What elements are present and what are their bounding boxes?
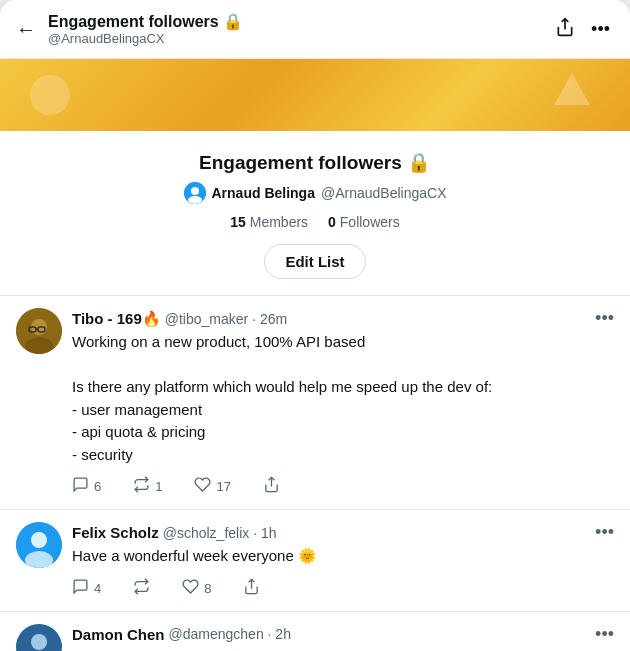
retweet-icon — [133, 476, 150, 497]
like-action[interactable]: 8 — [182, 578, 211, 599]
followers-count: 0 — [328, 214, 336, 230]
owner-name: Arnaud Belinga — [212, 185, 315, 201]
like-count: 8 — [204, 581, 211, 596]
members-stat: 15 Members — [230, 214, 308, 230]
list-stats: 15 Members 0 Followers — [230, 214, 399, 230]
followers-stat: 0 Followers — [328, 214, 400, 230]
tweet-item: Damon Chen @damengchen · 2h ••• Told @th… — [0, 612, 630, 652]
back-button[interactable]: ← — [16, 18, 36, 41]
owner-avatar — [184, 182, 206, 204]
tweet-content: Tibo - 169🔥 @tibo_maker · 26m ••• Workin… — [72, 308, 614, 497]
list-info-section: Engagement followers 🔒 Arnaud Belinga @A… — [0, 131, 630, 296]
author-handle: @scholz_felix · 1h — [163, 525, 277, 541]
app-container: ← Engagement followers 🔒 @ArnaudBelingaC… — [0, 0, 630, 651]
reply-count: 6 — [94, 479, 101, 494]
reply-count: 4 — [94, 581, 101, 596]
svg-point-16 — [31, 634, 47, 650]
list-title: Engagement followers 🔒 — [199, 151, 431, 174]
author-name: Felix Scholz — [72, 524, 159, 541]
retweet-icon — [133, 578, 150, 599]
members-count: 15 — [230, 214, 246, 230]
reply-icon — [72, 578, 89, 599]
tweet-avatar — [16, 624, 62, 652]
tweet-actions: 6 1 17 — [72, 476, 614, 497]
tweet-avatar — [16, 308, 62, 354]
header-title: Engagement followers 🔒 — [48, 12, 551, 31]
share-tweet-icon — [243, 578, 260, 599]
tweet-actions: 4 8 — [72, 578, 614, 599]
tweet-header: Felix Scholz @scholz_felix · 1h ••• — [72, 522, 614, 543]
reply-icon — [72, 476, 89, 497]
members-label: Members — [250, 214, 308, 230]
tweet-avatar — [16, 522, 62, 568]
author-name: Damon Chen — [72, 626, 165, 643]
like-icon — [194, 476, 211, 497]
author-name: Tibo - 169🔥 — [72, 310, 161, 328]
tweet-author: Tibo - 169🔥 @tibo_maker · 26m — [72, 310, 287, 328]
header: ← Engagement followers 🔒 @ArnaudBelingaC… — [0, 0, 630, 59]
tweet-author: Felix Scholz @scholz_felix · 1h — [72, 524, 277, 541]
reply-action[interactable]: 6 — [72, 476, 101, 497]
tweet-more-button[interactable]: ••• — [595, 624, 614, 645]
like-action[interactable]: 17 — [194, 476, 230, 497]
tweet-author: Damon Chen @damengchen · 2h — [72, 626, 291, 643]
tweet-text: Working on a new product, 100% API based… — [72, 331, 614, 466]
tweet-content: Felix Scholz @scholz_felix · 1h ••• Have… — [72, 522, 614, 599]
followers-label: Followers — [340, 214, 400, 230]
tweet-more-button[interactable]: ••• — [595, 308, 614, 329]
more-icon[interactable]: ••• — [587, 15, 614, 44]
tweet-feed: Tibo - 169🔥 @tibo_maker · 26m ••• Workin… — [0, 296, 630, 651]
list-owner: Arnaud Belinga @ArnaudBelingaCX — [184, 182, 447, 204]
author-handle: @tibo_maker · 26m — [165, 311, 287, 327]
tweet-text: Told @thejustinwelsh to wait for ~2 week… — [72, 647, 614, 652]
tweet-header: Tibo - 169🔥 @tibo_maker · 26m ••• — [72, 308, 614, 329]
tweet-item: Tibo - 169🔥 @tibo_maker · 26m ••• Workin… — [0, 296, 630, 510]
tweet-text: Have a wonderful week everyone 🌞 — [72, 545, 614, 568]
owner-handle: @ArnaudBelingaCX — [321, 185, 447, 201]
svg-point-3 — [188, 196, 202, 204]
tweet-content: Damon Chen @damengchen · 2h ••• Told @th… — [72, 624, 614, 652]
header-actions: ••• — [551, 13, 614, 46]
retweet-action[interactable]: 1 — [133, 476, 162, 497]
reply-action[interactable]: 4 — [72, 578, 101, 599]
share-action[interactable] — [243, 578, 260, 599]
svg-point-12 — [31, 532, 47, 548]
author-handle: @damengchen · 2h — [169, 626, 291, 642]
header-title-group: Engagement followers 🔒 @ArnaudBelingaCX — [48, 12, 551, 46]
tweet-item: Felix Scholz @scholz_felix · 1h ••• Have… — [0, 510, 630, 612]
share-tweet-icon — [263, 476, 280, 497]
list-banner — [0, 59, 630, 131]
like-icon — [182, 578, 199, 599]
svg-point-2 — [191, 187, 199, 195]
tweet-header: Damon Chen @damengchen · 2h ••• — [72, 624, 614, 645]
retweet-action[interactable] — [133, 578, 150, 599]
retweet-count: 1 — [155, 479, 162, 494]
share-action[interactable] — [263, 476, 280, 497]
edit-list-button[interactable]: Edit List — [264, 244, 365, 279]
tweet-more-button[interactable]: ••• — [595, 522, 614, 543]
header-subtitle: @ArnaudBelingaCX — [48, 31, 551, 46]
share-icon[interactable] — [551, 13, 579, 46]
like-count: 17 — [216, 479, 230, 494]
